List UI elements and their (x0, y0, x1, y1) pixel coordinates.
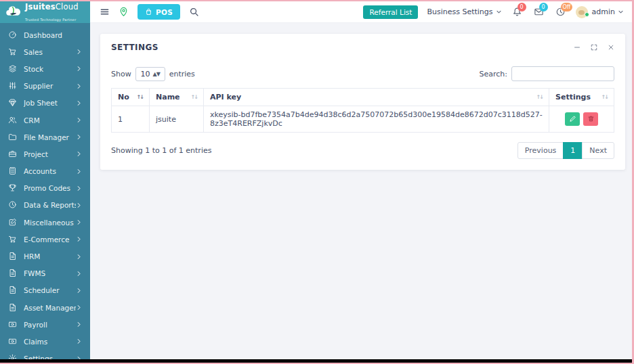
sidebar: JsuitesCloud Trusted Technology Partner … (0, 1, 90, 363)
file-text-icon (8, 286, 18, 295)
next-page-button[interactable]: Next (582, 142, 614, 159)
sidebar-item-label: File Manager (24, 133, 76, 141)
edit-button[interactable] (565, 112, 580, 126)
column-header-name[interactable]: Name↑↓ (150, 89, 204, 106)
delete-button[interactable] (583, 112, 598, 126)
cash-icon (8, 337, 18, 346)
chevron-right-icon (76, 236, 82, 242)
business-settings-dropdown[interactable]: Business Settings (427, 7, 501, 16)
page-title: SETTINGS (111, 43, 158, 52)
brand-text: JsuitesCloud Trusted Technology Partner (25, 1, 79, 24)
entries-label: entries (169, 70, 195, 78)
sidebar-item-label: Scheduler (24, 286, 76, 294)
pagination: Previous 1 Next (517, 142, 614, 159)
sidebar-item-fwms[interactable]: FWMS (0, 265, 90, 282)
notifications-bell-icon[interactable]: 0 (512, 7, 522, 17)
sidebar-item-label: E-Commerce (24, 235, 76, 244)
sort-icon: ↑↓ (137, 94, 143, 100)
chevron-right-icon (76, 202, 82, 208)
gem-icon (8, 98, 18, 108)
sidebar-item-label: Payroll (24, 321, 76, 329)
cell-api-key: xkeysib-bd7fbe7354a7b4de94d38c6d2a750707… (204, 106, 549, 133)
cell-settings (549, 106, 614, 133)
column-header-settings[interactable]: Settings↑↓ (549, 89, 614, 106)
sidebar-item-crm[interactable]: CRM (0, 112, 90, 129)
chevron-right-icon (76, 271, 82, 277)
sidebar-item-label: Promo Codes (24, 184, 76, 192)
cell-name: jsuite (150, 106, 204, 133)
minimize-icon[interactable] (574, 44, 580, 51)
pencil-icon (569, 114, 576, 124)
pencil-square-icon (8, 218, 18, 227)
close-icon[interactable] (608, 44, 614, 51)
bottom-black-bar (0, 359, 632, 363)
sliders-icon (8, 81, 18, 91)
sidebar-item-label: Project (24, 150, 76, 158)
clock-status-badge: Off (561, 3, 573, 12)
sidebar-item-asset-management[interactable]: Asset Management (0, 299, 90, 316)
cloud-logo-icon (5, 5, 22, 20)
brand-logo[interactable]: JsuitesCloud Trusted Technology Partner (0, 1, 90, 23)
user-menu[interactable]: admin (576, 6, 624, 18)
column-header-api-key[interactable]: API key↑↓ (204, 89, 549, 106)
sidebar-item-supplier[interactable]: Supplier (0, 78, 90, 95)
trophy-icon (8, 183, 18, 193)
sidebar-item-dashboard[interactable]: Dashboard (0, 26, 90, 43)
sidebar-item-e-commerce[interactable]: E-Commerce (0, 231, 90, 248)
sidebar-item-hrm[interactable]: HRM (0, 248, 90, 265)
select-arrows-icon: ▲▼ (153, 71, 160, 77)
sidebar-item-scheduler[interactable]: Scheduler (0, 282, 90, 299)
search-label: Search: (480, 70, 508, 78)
chevron-down-icon (496, 9, 502, 15)
chevron-right-icon (76, 134, 82, 140)
file-text-icon (8, 269, 18, 278)
messages-envelope-icon[interactable]: 0 (534, 7, 544, 17)
chevron-right-icon (76, 49, 82, 55)
sidebar-item-claims[interactable]: Claims (0, 333, 90, 350)
calculator-icon (8, 166, 18, 176)
referral-list-button[interactable]: Referral List (363, 5, 418, 19)
page-size-select[interactable]: 10▲▼ (135, 67, 165, 81)
sidebar-item-job-sheet[interactable]: Job Sheet (0, 95, 90, 112)
sidebar-item-payroll[interactable]: Payroll (0, 316, 90, 333)
briefcase-icon (8, 150, 18, 159)
table-info: Showing 1 to 1 of 1 entries (111, 146, 211, 155)
page-1-button[interactable]: 1 (563, 142, 583, 159)
settings-panel: SETTINGS Show 10▲▼ entries (100, 34, 625, 170)
column-header-no[interactable]: No↑↓ (112, 89, 150, 106)
sidebar-item-label: Data & Reports (24, 201, 76, 209)
avatar (576, 6, 588, 18)
brand-tagline: Trusted Technology Partner (25, 18, 77, 22)
pos-button[interactable]: POS (138, 4, 180, 20)
chevron-right-icon (76, 288, 82, 294)
layers-icon (8, 64, 18, 74)
sidebar-item-data-reports[interactable]: Data & Reports (0, 197, 90, 214)
sidebar-item-file-manager[interactable]: File Manager (0, 129, 90, 145)
sidebar-item-sales[interactable]: Sales (0, 43, 90, 60)
chevron-right-icon (76, 66, 82, 72)
sidebar-item-stock[interactable]: Stock (0, 60, 90, 77)
sidebar-item-label: Stock (24, 65, 76, 73)
hamburger-menu-icon[interactable] (100, 7, 110, 17)
users-icon (8, 116, 18, 125)
chevron-right-icon (76, 338, 82, 344)
search-input[interactable] (511, 66, 614, 81)
chevron-right-icon (76, 168, 82, 175)
sort-icon: ↑↓ (191, 94, 197, 100)
expand-icon[interactable] (591, 44, 597, 51)
search-icon[interactable] (189, 7, 199, 17)
folder-icon (8, 133, 18, 142)
sidebar-item-label: Dashboard (24, 31, 82, 39)
sidebar-item-accounts[interactable]: Accounts (0, 163, 90, 180)
chevron-right-icon (76, 151, 82, 157)
location-pin-icon[interactable] (119, 7, 129, 17)
sidebar-item-promo-codes[interactable]: Promo Codes (0, 180, 90, 197)
clock-in-out-icon[interactable]: Off (555, 7, 566, 17)
sidebar-item-miscellaneous[interactable]: Miscellaneous (0, 214, 90, 231)
sort-icon: ↑↓ (601, 94, 608, 100)
chevron-down-icon (618, 9, 624, 15)
messages-badge: 0 (539, 3, 548, 12)
sidebar-item-project[interactable]: Project (0, 145, 90, 162)
table-row: 1jsuitexkeysib-bd7fbe7354a7b4de94d38c6d2… (112, 106, 614, 133)
previous-page-button[interactable]: Previous (517, 142, 564, 159)
